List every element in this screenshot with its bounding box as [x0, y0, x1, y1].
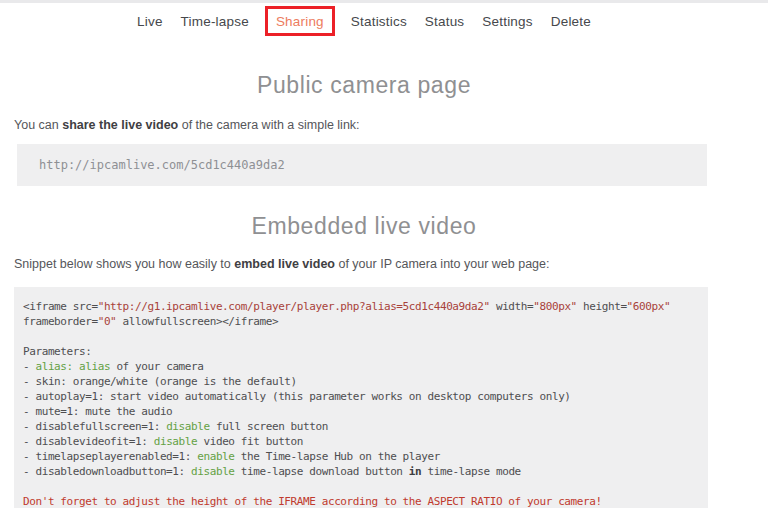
code-line [23, 329, 699, 344]
embed-intro: Snippet below shows you how easily to em… [14, 257, 714, 272]
public-intro-bold: share the live video [62, 118, 178, 132]
nav-item-live[interactable]: Live [137, 14, 163, 29]
public-intro-suffix: of the camera with a simple link: [178, 118, 359, 132]
embedded-live-video-title: Embedded live video [14, 213, 714, 240]
sharing-annotation-box: Sharing [265, 6, 335, 36]
nav-item-sharing[interactable]: Sharing [276, 14, 324, 29]
code-line: - skin: orange/white (orange is the defa… [23, 374, 699, 389]
code-line: Parameters: [23, 344, 699, 359]
code-line: Don't forget to adjust the height of the… [23, 494, 699, 508]
embed-intro-suffix: of your IP camera into your web page: [335, 257, 549, 271]
nav-item-statistics[interactable]: Statistics [351, 14, 407, 29]
page-content: LiveTime-lapseSharingStatisticsStatusSet… [14, 3, 714, 508]
public-camera-intro: You can share the live video of the came… [14, 118, 714, 133]
code-line: frameborder="0" allowfullscreen></iframe… [23, 314, 699, 329]
code-line: - mute=1: mute the audio [23, 404, 699, 419]
code-line: - disablevideofit=1: disable video fit b… [23, 434, 699, 449]
camera-link-box[interactable]: http://ipcamlive.com/5cd1c440a9da2 [17, 144, 707, 186]
public-intro-prefix: You can [14, 118, 62, 132]
code-line: <iframe src="http://g1.ipcamlive.com/pla… [23, 299, 699, 314]
nav-item-delete[interactable]: Delete [551, 14, 591, 29]
camera-nav: LiveTime-lapseSharingStatisticsStatusSet… [14, 3, 714, 39]
nav-item-settings[interactable]: Settings [482, 14, 532, 29]
embed-intro-bold: embed live video [234, 257, 335, 271]
code-line: - autoplay=1: start video automatically … [23, 389, 699, 404]
embed-code-box: <iframe src="http://g1.ipcamlive.com/pla… [14, 287, 708, 508]
code-line [23, 479, 699, 494]
nav-item-time-lapse[interactable]: Time-lapse [181, 14, 249, 29]
code-line: - timelapseplayerenabled=1: enable the T… [23, 449, 699, 464]
code-line: - disabledownloadbutton=1: disable time-… [23, 464, 699, 479]
embed-intro-prefix: Snippet below shows you how easily to [14, 257, 234, 271]
code-line: - alias: alias of your camera [23, 359, 699, 374]
public-camera-page-title: Public camera page [14, 72, 714, 99]
code-line: - disablefullscreen=1: disable full scre… [23, 419, 699, 434]
nav-item-status[interactable]: Status [425, 14, 464, 29]
